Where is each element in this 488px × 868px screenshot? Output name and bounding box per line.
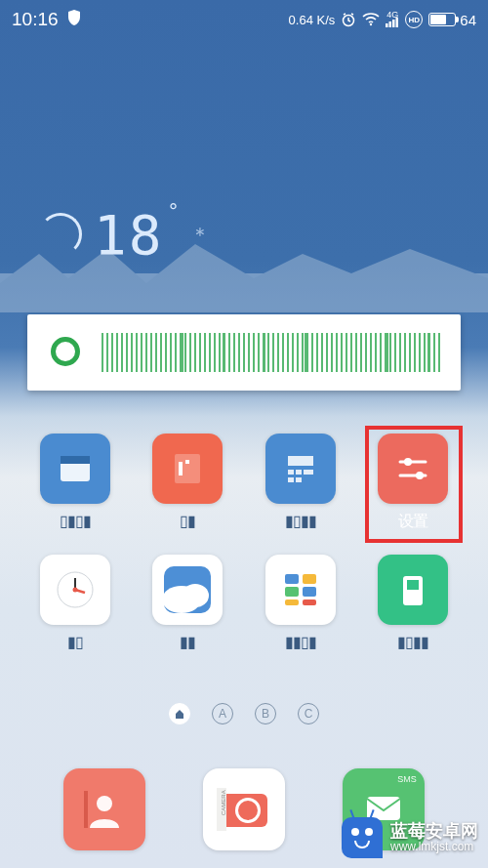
app-label: 设置 [398, 512, 427, 531]
clock-time: 10:16 [12, 9, 59, 30]
app-grid: ▯▮▯▮ ▯▮ ▮▯▮▮ 设置 [0, 434, 488, 676]
weather-cloud-icon [39, 213, 82, 256]
app-label: ▯▮▯▮ [60, 512, 91, 531]
weather-unit: ° [167, 201, 181, 221]
shield-app-icon [378, 555, 448, 625]
svg-point-21 [416, 472, 424, 479]
contacts-icon [63, 768, 145, 850]
status-bar: 10:16 0.64 K/s 4G HD 64 [0, 0, 488, 39]
app-security[interactable]: ▮▯▮▮ [367, 555, 459, 652]
svg-rect-3 [389, 21, 392, 27]
app-settings[interactable]: 设置 [367, 434, 459, 531]
svg-rect-33 [285, 599, 299, 605]
svg-rect-4 [392, 20, 395, 27]
svg-rect-38 [84, 791, 88, 828]
page-dot-home[interactable] [169, 703, 190, 724]
app-label: ▮▯▮▮ [397, 633, 428, 652]
page-dot-b[interactable]: B [255, 703, 276, 724]
svg-point-20 [404, 458, 412, 466]
camera-icon: CAMERA [203, 768, 285, 850]
dock-contacts[interactable] [56, 768, 153, 850]
app-label: ▮▮▯▮ [285, 633, 316, 652]
app-files[interactable]: ▮▮▯▮ [255, 555, 346, 652]
svg-rect-10 [179, 462, 183, 475]
battery-indicator: 64 [428, 12, 476, 28]
files-icon [265, 555, 336, 625]
sms-badge: SMS [397, 774, 417, 784]
svg-rect-11 [185, 460, 189, 464]
card-content-bars [102, 333, 443, 372]
wifi-icon [362, 13, 380, 26]
svg-rect-9 [175, 454, 200, 483]
svg-text:CAMERA: CAMERA [221, 790, 226, 815]
app-label: ▮▯▮▮ [285, 512, 316, 531]
calendar-icon [40, 434, 110, 504]
svg-rect-13 [288, 470, 294, 475]
app-calculator[interactable]: ▮▯▮▮ [255, 434, 346, 531]
watermark-title: 蓝莓安卓网 [390, 822, 478, 842]
alarm-icon [341, 12, 356, 27]
svg-rect-5 [396, 18, 399, 27]
app-label: ▮▮ [180, 633, 195, 652]
svg-rect-2 [386, 23, 388, 27]
svg-rect-29 [285, 574, 299, 584]
page-dot-a[interactable]: A [212, 703, 233, 724]
hd-icon: HD [405, 11, 423, 28]
svg-point-43 [238, 801, 258, 820]
calculator-icon [265, 434, 336, 504]
svg-rect-30 [303, 574, 316, 584]
android-logo-icon [342, 817, 383, 858]
app-clock[interactable]: ▮▯ [29, 555, 121, 652]
svg-rect-31 [285, 587, 299, 597]
svg-point-1 [370, 23, 372, 25]
weather-app-icon [152, 555, 223, 625]
weather-widget[interactable]: 18 ° ＊ [0, 195, 488, 273]
page-indicator[interactable]: A B C [0, 703, 488, 724]
search-card[interactable] [27, 314, 461, 391]
clock-icon [40, 555, 110, 625]
weather-extra: ＊ [190, 225, 212, 244]
watermark: 蓝莓安卓网 www.lmkjst.com [342, 817, 478, 858]
svg-point-28 [182, 584, 209, 607]
page-dot-c[interactable]: C [298, 703, 319, 724]
svg-rect-17 [296, 477, 302, 482]
cellular-icon: 4G [386, 12, 399, 27]
shield-icon [66, 9, 82, 31]
app-label: ▮▯ [67, 633, 83, 652]
weather-temperature: 18 [94, 203, 163, 267]
svg-point-37 [97, 796, 112, 811]
green-ring-icon [45, 331, 88, 374]
app-weather[interactable]: ▮▮ [142, 555, 233, 652]
svg-rect-32 [303, 587, 316, 597]
dock-camera[interactable]: CAMERA [195, 768, 293, 850]
svg-rect-16 [288, 477, 294, 482]
svg-rect-14 [296, 470, 302, 475]
settings-icon [378, 434, 448, 504]
svg-rect-34 [303, 599, 316, 605]
home-screen: 10:16 0.64 K/s 4G HD 64 [0, 0, 488, 868]
svg-rect-15 [304, 470, 313, 475]
watermark-url: www.lmkjst.com [390, 841, 478, 853]
app-calendar[interactable]: ▯▮▯▮ [29, 434, 121, 531]
svg-rect-36 [407, 580, 419, 590]
svg-rect-12 [288, 456, 313, 466]
network-speed: 0.64 K/s [289, 13, 336, 27]
svg-rect-8 [61, 456, 90, 464]
notes-icon [152, 434, 223, 504]
app-notes[interactable]: ▯▮ [142, 434, 233, 531]
svg-point-25 [73, 588, 78, 593]
app-label: ▯▮ [180, 512, 195, 531]
